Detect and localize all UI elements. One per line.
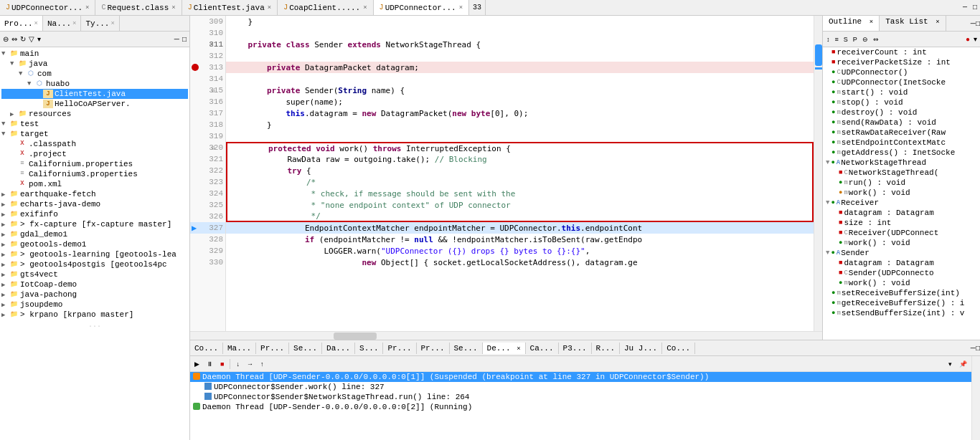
- bottom-tab-se2[interactable]: Se...: [450, 343, 483, 354]
- tree-item-gdal[interactable]: ▶ 📁 gdal_demo1: [1, 229, 188, 239]
- bottom-tab-r[interactable]: R...: [592, 343, 620, 354]
- outline-udpconnector-inetsocket[interactable]: ● C UDPConnector(InetSocke: [823, 77, 980, 87]
- sidebar-btn-link[interactable]: ⇔: [10, 34, 19, 44]
- tree-item-geotools-demo1[interactable]: ▶ 📁 geotools-demo1: [1, 239, 188, 249]
- sidebar-maximize[interactable]: □: [181, 34, 188, 44]
- outline-destroy[interactable]: ● m destroy() : void: [823, 107, 980, 118]
- outline-networkstagethread-ctor[interactable]: ■ C NetworkStageThread(: [823, 168, 980, 178]
- tree-item-geotools4postgis[interactable]: ▶ 📁 > geotools4postgis [geotools4pc: [1, 259, 188, 269]
- debug-frame-2[interactable]: UDPConnector$Sender$NetworkStageThread.r…: [190, 392, 971, 402]
- tree-item-resources[interactable]: ▶ 📁 resources: [1, 109, 188, 119]
- sidebar-btn-collapse[interactable]: ⊖: [1, 34, 10, 44]
- bottom-tab-s[interactable]: S...: [355, 343, 383, 354]
- outline-networkstagethread-work[interactable]: ● m work() : void: [823, 188, 980, 198]
- breakpoint-313[interactable]: [192, 64, 199, 71]
- tree-item-test[interactable]: ▼ 📁 test: [1, 119, 188, 129]
- debug-btn-more[interactable]: ▾: [946, 359, 955, 369]
- tree-item-iotcoap[interactable]: ▶ 📁 IotCoap-demo: [1, 279, 188, 290]
- outline-receiver-ctor[interactable]: ■ C Receiver(UDPConnect: [823, 228, 980, 238]
- outline-start[interactable]: ● m start() : void: [823, 87, 980, 97]
- debug-resume[interactable]: ▶: [192, 359, 202, 369]
- tab-coapclient[interactable]: J CoapClient..... ×: [278, 0, 373, 15]
- outline-close[interactable]: ●: [964, 34, 971, 44]
- debug-suspend[interactable]: ⏸: [204, 359, 216, 369]
- bottom-tab-ma[interactable]: Ma...: [223, 343, 256, 354]
- bottom-tab-juj[interactable]: Ju J...: [620, 343, 662, 354]
- outline-hide-non-public[interactable]: P: [851, 34, 859, 44]
- outline-more[interactable]: ▾: [972, 34, 979, 44]
- tab-udpconnector-1[interactable]: J UDPConnector... ×: [0, 0, 95, 15]
- tree-item-classpath[interactable]: X .classpath: [1, 139, 188, 149]
- tree-item-jsoupdemo[interactable]: ▶ 📁 jsoupdemo: [1, 300, 188, 310]
- tab-close-4[interactable]: ×: [363, 4, 367, 11]
- tree-item-clienttest[interactable]: J ClientTest.java: [1, 89, 188, 99]
- outline-collapse[interactable]: ⊖: [860, 34, 870, 44]
- sidebar-tab-type[interactable]: Ty... ×: [81, 16, 119, 31]
- tree-item-californium3[interactable]: ≡ Californium3.properties: [1, 169, 188, 179]
- outline-receiver-size[interactable]: ■ size : int: [823, 218, 980, 228]
- tree-item-krpano[interactable]: ▶ 📁 > krpano [krpano master]: [1, 310, 188, 320]
- debug-thread-2[interactable]: Daemon Thread [UDP-Sender-0.0.0.0/0.0.0.…: [190, 402, 971, 412]
- outline-sender-ctor[interactable]: ■ C Sender(UDPConnecto: [823, 268, 980, 278]
- tree-item-pom[interactable]: X pom.xml: [1, 179, 188, 189]
- tab-outline[interactable]: Outline ×: [823, 16, 880, 31]
- outline-setrawdatareceiver[interactable]: ● m setRawDataReceiver(Raw: [823, 128, 980, 138]
- tree-item-target[interactable]: ▼ 📁 target: [1, 129, 188, 139]
- sidebar-btn-more[interactable]: ▾: [36, 34, 42, 44]
- outline-networkstagethread-class[interactable]: ▼ ● A NetworkStageThread: [823, 158, 980, 168]
- tree-item-exifinfo[interactable]: ▶ 📁 exifinfo: [1, 209, 188, 219]
- sidebar-minimize[interactable]: ─: [173, 34, 181, 44]
- fold-icon-311[interactable]: ⊖: [209, 41, 215, 49]
- outline-setreceivebuffersize[interactable]: ● m setReceiveBufferSize(int): [823, 288, 980, 298]
- bottom-vscroll[interactable]: [971, 356, 980, 440]
- bottom-tab-se[interactable]: Se...: [289, 343, 322, 354]
- outline-sender-datagram[interactable]: ■ datagram : Datagram: [823, 258, 980, 268]
- debug-step-over[interactable]: →: [244, 359, 256, 369]
- tree-item-gts4vect[interactable]: ▶ 📁 gts4vect: [1, 269, 188, 279]
- fold-icon-320[interactable]: ⊖: [212, 144, 215, 152]
- bottom-tab-co2[interactable]: Co...: [662, 343, 695, 354]
- outline-send[interactable]: ● m send(RawData) : void: [823, 118, 980, 128]
- outline-receiverpacketsize[interactable]: ■ receiverPacketSize : int: [823, 57, 980, 67]
- outline-receiver-datagram[interactable]: ■ datagram : Datagram: [823, 208, 980, 218]
- outline-hide-static[interactable]: S: [842, 34, 850, 44]
- tab-close-2[interactable]: ×: [171, 4, 175, 11]
- outline-receivercount[interactable]: ■ receiverCount : int: [823, 47, 980, 57]
- tree-item-huabo[interactable]: ▼ ⬡ huabo: [1, 79, 188, 89]
- tab-close-3[interactable]: ×: [268, 4, 271, 11]
- minimize-editor[interactable]: ─: [960, 2, 970, 13]
- outline-sender-class[interactable]: ▼ ● A Sender: [823, 248, 980, 258]
- debug-terminate[interactable]: ■: [217, 359, 227, 369]
- editor-hscroll-thumb[interactable]: [334, 333, 377, 340]
- outline-receiver-work[interactable]: ● m work() : void: [823, 238, 980, 248]
- sidebar-btn-filter[interactable]: ▽: [27, 34, 36, 44]
- tab-udpconnector-2[interactable]: J UDPConnector... ×: [374, 0, 469, 15]
- tree-item-fxcapture[interactable]: ▶ 📁 > fx-capture [fx-capture master]: [1, 219, 188, 229]
- editor-vscroll-thumb[interactable]: [815, 44, 822, 66]
- bottom-tab-p3[interactable]: P3...: [559, 343, 592, 354]
- outline-setsendbuffersize[interactable]: ● m setSendBufferSize(int) : v: [823, 308, 980, 318]
- bottom-tab-ca[interactable]: Ca...: [526, 343, 559, 354]
- outline-getreceivebuffersize[interactable]: ● m getReceiveBufferSize() : i: [823, 298, 980, 308]
- sidebar-btn-refresh[interactable]: ↻: [19, 34, 27, 44]
- tree-item-main[interactable]: ▼ 📁 main: [1, 49, 188, 59]
- sidebar-tab-navigator[interactable]: Na... ×: [43, 16, 81, 31]
- code-editor[interactable]: 309 310 311⊖ 312 313 314 315⊖ 316 317: [190, 16, 822, 331]
- debug-thread-1[interactable]: Daemon Thread [UDP-Sender-0.0.0.0/0.0.0.…: [190, 372, 971, 382]
- tab-request-class[interactable]: C Request.class ×: [95, 0, 182, 15]
- tree-item-geotools-learning[interactable]: ▶ 📁 > geotools-learning [geotools-lea: [1, 249, 188, 259]
- bottom-tab-pr[interactable]: Pr...: [256, 343, 289, 354]
- debug-btn-pin[interactable]: 📌: [956, 359, 970, 369]
- bottom-tab-da[interactable]: Da...: [322, 343, 355, 354]
- outline-receiver-class[interactable]: ▼ ● A Receiver: [823, 198, 980, 208]
- tree-item-earthquake[interactable]: ▶ 📁 earthquake-fetch: [1, 189, 188, 199]
- outline-hide-fields[interactable]: ≡: [833, 34, 841, 44]
- editor-vscroll[interactable]: [814, 16, 822, 331]
- tab-clienttest[interactable]: J ClientTest.java ×: [182, 0, 278, 15]
- tab-overflow[interactable]: 33: [469, 0, 486, 15]
- bottom-tab-co[interactable]: Co...: [190, 343, 223, 354]
- tree-item-java[interactable]: ▼ 📁 java: [1, 59, 188, 69]
- bottom-tab-pr2[interactable]: Pr...: [383, 343, 416, 354]
- outline-udpconnector-default[interactable]: ● C UDPConnector(): [823, 67, 980, 77]
- outline-link[interactable]: ⇔: [871, 34, 881, 44]
